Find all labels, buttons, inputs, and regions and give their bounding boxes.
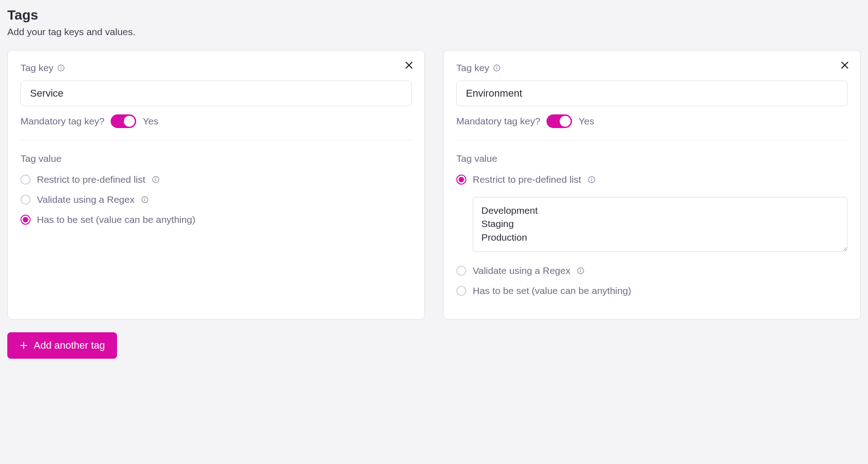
add-another-tag-button[interactable]: Add another tag	[7, 332, 117, 359]
mandatory-toggle[interactable]	[111, 114, 136, 128]
mandatory-label: Mandatory tag key?	[456, 116, 540, 127]
tag-key-input[interactable]	[20, 81, 412, 106]
info-icon[interactable]	[141, 196, 149, 204]
tag-key-label: Tag key	[456, 62, 489, 73]
radio-icon	[456, 175, 466, 185]
mandatory-label: Mandatory tag key?	[20, 116, 104, 127]
svg-point-18	[592, 178, 592, 179]
mandatory-row: Mandatory tag key? Yes	[20, 114, 412, 140]
add-button-label: Add another tag	[34, 340, 105, 351]
radio-option-regex[interactable]: Validate using a Regex	[20, 194, 412, 205]
page-title: Tags	[7, 7, 861, 23]
page-subtitle: Add your tag keys and values.	[7, 26, 861, 37]
tag-key-label-row: Tag key	[20, 62, 412, 73]
svg-point-10	[145, 198, 145, 199]
tag-key-input[interactable]	[456, 81, 848, 106]
tag-key-label: Tag key	[20, 62, 53, 73]
radio-option-regex[interactable]: Validate using a Regex	[456, 265, 848, 276]
mandatory-row: Mandatory tag key? Yes	[456, 114, 848, 140]
tag-key-label-row: Tag key	[456, 62, 848, 73]
info-icon[interactable]	[577, 267, 585, 275]
radio-option-any[interactable]: Has to be set (value can be anything)	[20, 214, 412, 225]
tag-card: Tag key Mandatory tag key? Yes Tag value…	[7, 50, 425, 320]
toggle-knob	[124, 116, 135, 127]
info-icon[interactable]	[587, 175, 596, 184]
radio-option-any[interactable]: Has to be set (value can be anything)	[456, 285, 848, 296]
radio-label: Has to be set (value can be anything)	[473, 285, 631, 296]
mandatory-state: Yes	[578, 116, 594, 127]
radio-label: Validate using a Regex	[37, 194, 134, 205]
mandatory-state: Yes	[143, 116, 158, 127]
info-icon[interactable]	[493, 64, 501, 72]
close-icon[interactable]	[403, 59, 415, 72]
close-icon[interactable]	[838, 59, 851, 72]
info-icon[interactable]	[57, 64, 65, 72]
radio-label: Restrict to pre-defined list	[473, 174, 581, 185]
svg-point-21	[581, 269, 581, 270]
radio-icon	[20, 195, 31, 205]
svg-point-7	[156, 178, 156, 179]
plus-icon	[19, 341, 28, 350]
tag-value-label: Tag value	[456, 153, 848, 164]
radio-label: Has to be set (value can be anything)	[37, 214, 195, 225]
toggle-knob	[560, 116, 571, 127]
radio-label: Restrict to pre-defined list	[37, 174, 145, 185]
radio-icon	[20, 175, 31, 185]
mandatory-toggle[interactable]	[546, 114, 572, 128]
predefined-values-textarea[interactable]	[473, 197, 848, 252]
radio-icon	[20, 215, 31, 225]
tag-value-label: Tag value	[20, 153, 412, 164]
svg-point-15	[497, 67, 497, 67]
radio-icon	[456, 266, 466, 276]
info-icon[interactable]	[152, 175, 160, 184]
radio-option-predefined[interactable]: Restrict to pre-defined list	[20, 174, 412, 185]
svg-point-4	[61, 67, 61, 67]
tag-card: Tag key Mandatory tag key? Yes Tag value…	[443, 50, 861, 320]
radio-label: Validate using a Regex	[473, 265, 570, 276]
tag-cards-row: Tag key Mandatory tag key? Yes Tag value…	[7, 50, 861, 320]
radio-option-predefined[interactable]: Restrict to pre-defined list	[456, 174, 848, 185]
radio-icon	[456, 286, 466, 296]
